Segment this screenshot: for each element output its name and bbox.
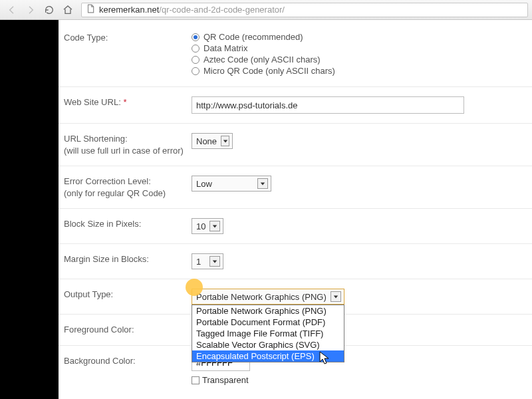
label-background-color: Background Color: [64, 355, 190, 385]
row-margin-size: Margin Size in Blocks: 1 [59, 244, 532, 279]
dropdown-option-svg[interactable]: Scalable Vector Graphics (SVG) [192, 339, 344, 350]
chevron-down-icon [257, 178, 268, 189]
row-website-url: Web Site URL: * [59, 87, 532, 124]
dropdown-option-png[interactable]: Portable Network Graphics (PNG) [192, 305, 344, 317]
label-foreground-color: Foreground Color: [64, 324, 190, 336]
row-url-shortening: URL Shortening:(will use full url in cas… [59, 124, 532, 166]
home-button[interactable] [60, 3, 76, 17]
output-type-select[interactable]: Portable Network Graphics (PNG) [192, 289, 344, 305]
radio-icon [192, 67, 200, 75]
radio-micro-qr[interactable]: Micro QR Code (only ASCII chars) [192, 66, 532, 76]
radio-icon [192, 45, 200, 53]
url-host: keremerkan.net [99, 5, 159, 15]
svg-marker-3 [213, 261, 217, 263]
page-body: Code Type: QR Code (recommended) Data Ma… [0, 20, 532, 399]
label-code-type: Code Type: [64, 32, 190, 77]
back-button[interactable] [4, 3, 20, 17]
required-mark: * [123, 97, 126, 107]
label-error-correction: Error Correction Level:(only for regular… [64, 176, 190, 199]
checkbox-icon [192, 376, 200, 384]
radio-data-matrix[interactable]: Data Matrix [192, 43, 532, 53]
form-area: Code Type: QR Code (recommended) Data Ma… [59, 20, 532, 399]
browser-toolbar: keremerkan.net/qr-code-and-2d-code-gener… [0, 0, 532, 20]
error-correction-select[interactable]: Low [192, 176, 271, 192]
chevron-down-icon [209, 221, 220, 231]
label-url-shortening: URL Shortening:(will use full url in cas… [64, 133, 190, 156]
website-url-input[interactable] [192, 96, 464, 114]
label-website-url: Web Site URL: * [64, 96, 190, 114]
radio-aztec-code[interactable]: Aztec Code (only ASCII chars) [192, 55, 532, 65]
svg-marker-0 [223, 140, 227, 142]
address-bar[interactable]: keremerkan.net/qr-code-and-2d-code-gener… [81, 3, 528, 17]
svg-marker-4 [334, 296, 338, 299]
row-block-size: Block Size in Pixels: 10 [59, 209, 532, 244]
label-margin-size: Margin Size in Blocks: [64, 253, 190, 269]
radio-icon [192, 56, 200, 64]
radio-icon [192, 33, 200, 41]
svg-marker-2 [213, 225, 217, 228]
left-sidebar [0, 20, 59, 399]
row-code-type: Code Type: QR Code (recommended) Data Ma… [59, 23, 532, 87]
mouse-cursor [319, 351, 330, 368]
url-shortening-select[interactable]: None [192, 133, 233, 149]
label-block-size: Block Size in Pixels: [64, 218, 190, 234]
row-error-correction: Error Correction Level:(only for regular… [59, 166, 532, 209]
chevron-down-icon [209, 256, 220, 267]
dropdown-option-tiff[interactable]: Tagged Image File Format (TIFF) [192, 328, 344, 339]
reload-button[interactable] [41, 3, 57, 17]
code-type-options: QR Code (recommended) Data Matrix Aztec … [190, 32, 532, 77]
url-path: /qr-code-and-2d-code-generator/ [159, 5, 285, 15]
block-size-select[interactable]: 10 [192, 218, 223, 234]
chevron-down-icon [331, 291, 341, 302]
svg-marker-1 [261, 182, 265, 185]
highlight-marker [186, 279, 203, 296]
forward-button[interactable] [23, 3, 39, 17]
label-output-type: Output Type: [64, 289, 190, 305]
page-icon [86, 4, 95, 15]
chevron-down-icon [221, 136, 229, 146]
transparent-checkbox-row[interactable]: Transparent [192, 375, 532, 385]
radio-qr-code[interactable]: QR Code (recommended) [192, 32, 532, 42]
dropdown-option-pdf[interactable]: Portable Document Format (PDF) [192, 317, 344, 328]
margin-size-select[interactable]: 1 [192, 253, 223, 269]
row-output-type: Output Type: Portable Network Graphics (… [59, 279, 532, 315]
